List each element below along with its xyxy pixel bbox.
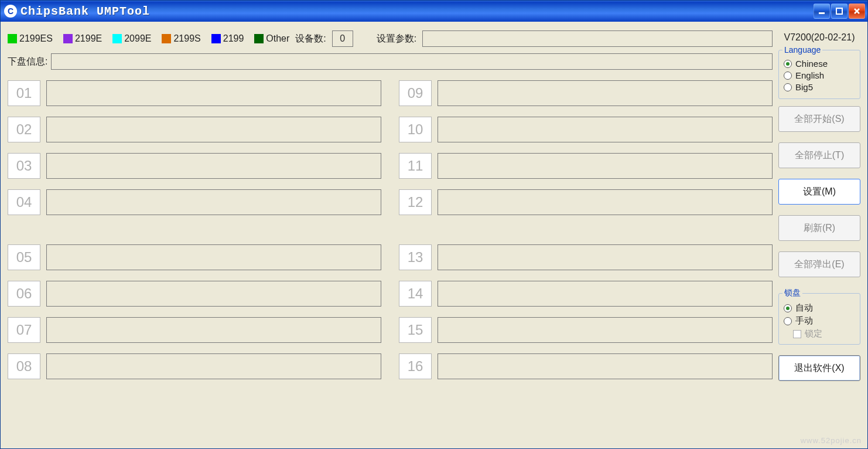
slot-row: 07 xyxy=(8,317,381,343)
app-icon: C xyxy=(4,5,17,18)
legend-swatch-icon xyxy=(211,34,221,43)
slot-row: 08 xyxy=(8,353,381,379)
language-option[interactable]: English xyxy=(784,70,855,80)
slot-status-bar[interactable] xyxy=(46,153,381,179)
slot-number: 07 xyxy=(8,317,40,343)
radio-icon xyxy=(784,83,792,91)
slot-row: 03 xyxy=(8,153,381,179)
legend-item: Other xyxy=(254,33,289,44)
legend-row: 2199ES2199E2099E2199S2199Other 设备数: 0 设置… xyxy=(8,30,773,47)
slot-row: 09 xyxy=(399,80,773,106)
language-title: Language xyxy=(782,45,822,55)
lock-option[interactable]: 自动 xyxy=(784,302,855,314)
slot-status-bar[interactable] xyxy=(46,117,381,142)
disk-info-box xyxy=(51,53,773,70)
slot-status-bar[interactable] xyxy=(438,153,773,179)
slot-number: 12 xyxy=(399,189,432,215)
radio-label: 手动 xyxy=(795,315,813,326)
slot-number: 08 xyxy=(8,353,40,379)
language-option[interactable]: Big5 xyxy=(784,82,855,92)
slot-number: 13 xyxy=(399,244,432,270)
slot-row: 06 xyxy=(8,281,381,307)
close-button[interactable] xyxy=(849,4,865,19)
legend-label: 2199E xyxy=(75,33,102,44)
slot-status-bar[interactable] xyxy=(438,244,773,270)
device-count-value: 0 xyxy=(332,30,353,47)
slot-status-bar[interactable] xyxy=(438,353,773,379)
legend-swatch-icon xyxy=(63,34,73,43)
legend-label: 2199 xyxy=(223,33,244,44)
language-option[interactable]: Chinese xyxy=(784,59,855,69)
slot-status-bar[interactable] xyxy=(438,117,773,142)
radio-label: 自动 xyxy=(795,302,813,314)
window-title: ChipsBank UMPTool xyxy=(20,5,814,18)
legend-item: 2199ES xyxy=(8,33,53,44)
slot-status-bar[interactable] xyxy=(438,317,773,343)
slot-row: 13 xyxy=(399,244,773,270)
slot-number: 04 xyxy=(8,189,40,215)
lock-option[interactable]: 手动 xyxy=(784,315,855,326)
slot-status-bar[interactable] xyxy=(438,281,773,307)
slot-number: 06 xyxy=(8,281,40,307)
slot-number: 03 xyxy=(8,153,40,179)
minimize-button[interactable] xyxy=(814,4,830,19)
slot-status-bar[interactable] xyxy=(46,80,381,106)
lock-title: 锁盘 xyxy=(782,288,802,298)
refresh-button[interactable]: 刷新(R) xyxy=(778,215,860,241)
disk-info-label: 下盘信息: xyxy=(8,56,47,68)
radio-icon xyxy=(784,72,792,80)
legend-label: 2099E xyxy=(124,33,151,44)
slot-number: 01 xyxy=(8,80,40,106)
slot-row: 10 xyxy=(399,117,773,142)
legend-swatch-icon xyxy=(112,34,122,43)
svg-rect-1 xyxy=(836,8,842,14)
slot-status-bar[interactable] xyxy=(46,281,381,307)
slot-row: 01 xyxy=(8,80,381,106)
slot-status-bar[interactable] xyxy=(46,317,381,343)
stop-all-button[interactable]: 全部停止(T) xyxy=(778,142,860,168)
slot-row: 15 xyxy=(399,317,773,343)
radio-label: Big5 xyxy=(795,82,813,92)
radio-label: English xyxy=(795,70,824,80)
settings-button[interactable]: 设置(M) xyxy=(778,179,860,205)
legend-swatch-icon xyxy=(254,34,264,43)
legend-label: Other xyxy=(266,33,289,44)
settings-param-box xyxy=(422,30,773,47)
slot-number: 15 xyxy=(399,317,432,343)
radio-icon xyxy=(784,304,792,312)
start-all-button[interactable]: 全部开始(S) xyxy=(778,106,860,132)
svg-rect-0 xyxy=(819,12,825,14)
slot-row: 02 xyxy=(8,117,381,142)
slot-status-bar[interactable] xyxy=(46,189,381,215)
lock-group: 锁盘 自动手动 锁定 xyxy=(778,288,860,345)
slot-status-bar[interactable] xyxy=(46,244,381,270)
slot-row: 14 xyxy=(399,281,773,307)
slot-status-bar[interactable] xyxy=(438,189,773,215)
slot-number: 14 xyxy=(399,281,432,307)
version-label: V7200(20-02-21) xyxy=(778,32,860,43)
title-bar[interactable]: C ChipsBank UMPTool xyxy=(1,1,867,22)
slot-number: 05 xyxy=(8,244,40,270)
legend-item: 2199E xyxy=(63,33,102,44)
exit-button[interactable]: 退出软件(X) xyxy=(778,355,860,381)
slot-row: 12 xyxy=(399,189,773,215)
lock-checkbox: 锁定 xyxy=(793,328,855,339)
settings-param-label: 设置参数: xyxy=(377,33,416,45)
slot-number: 11 xyxy=(399,153,432,179)
app-window: C ChipsBank UMPTool 2199ES2199E2099E2199… xyxy=(0,0,868,449)
slot-row: 11 xyxy=(399,153,773,179)
device-count-label: 设备数: xyxy=(295,33,326,45)
language-group: Language ChineseEnglishBig5 xyxy=(778,45,860,99)
slot-number: 09 xyxy=(399,80,432,106)
legend-label: 2199ES xyxy=(19,33,53,44)
legend-label: 2199S xyxy=(173,33,200,44)
slot-status-bar[interactable] xyxy=(46,353,381,379)
slot-row: 05 xyxy=(8,244,381,270)
maximize-button[interactable] xyxy=(831,4,848,19)
slot-number: 16 xyxy=(399,353,432,379)
radio-icon xyxy=(784,317,792,325)
slot-status-bar[interactable] xyxy=(438,80,773,106)
legend-swatch-icon xyxy=(8,34,17,43)
eject-all-button[interactable]: 全部弹出(E) xyxy=(778,251,860,277)
slot-row: 16 xyxy=(399,353,773,379)
